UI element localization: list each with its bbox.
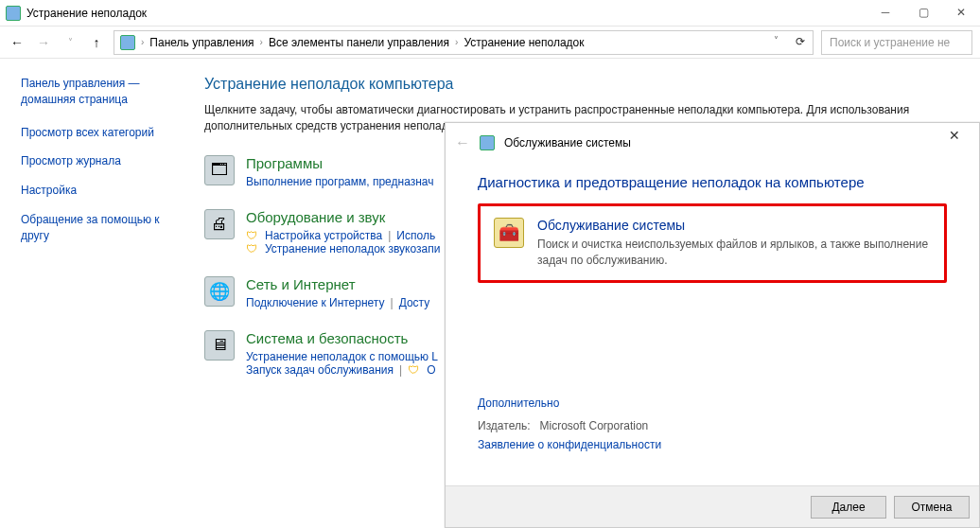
breadcrumb[interactable]: › Панель управления › Все элементы панел… (114, 30, 814, 55)
sidebar-history-link[interactable]: Просмотр журнала (21, 153, 176, 169)
audio-troubleshoot-link[interactable]: Устранение неполадок звукозапи (265, 242, 440, 255)
wizard-option-system-maintenance[interactable]: 🧰 Обслуживание системы Поиск и очистка н… (478, 203, 947, 283)
network-icon: 🌐 (204, 276, 235, 307)
breadcrumb-item[interactable]: Устранение неполадок (464, 36, 584, 49)
wizard-icon (480, 135, 495, 150)
sidebar-view-all-link[interactable]: Просмотр всех категорий (21, 125, 176, 141)
system-icon: 🖥 (204, 330, 235, 361)
close-button[interactable]: ✕ (942, 0, 980, 25)
publisher-name: Microsoft Corporation (540, 419, 649, 432)
refresh-icon[interactable]: ⟳ (796, 35, 805, 48)
internet-connect-link[interactable]: Подключение к Интернету (246, 296, 385, 309)
category-title[interactable]: Сеть и Интернет (246, 276, 429, 292)
control-panel-home-link[interactable]: Панель управления — домашняя страница (21, 76, 176, 108)
search-input[interactable] (828, 35, 966, 50)
back-arrow-icon[interactable]: ← (8, 33, 26, 52)
recent-dropdown-icon[interactable]: ˅ (61, 33, 79, 52)
chevron-right-icon[interactable]: › (260, 37, 263, 47)
address-bar: ← → ˅ ↑ › Панель управления › Все элемен… (0, 26, 980, 59)
next-button[interactable]: Далее (811, 496, 886, 519)
sidebar: Панель управления — домашняя страница Пр… (0, 59, 189, 528)
search-box[interactable] (821, 30, 972, 55)
advanced-link[interactable]: Дополнительно (478, 396, 947, 410)
category-title[interactable]: Система и безопасность (246, 330, 438, 346)
o-link[interactable]: О (427, 363, 435, 377)
history-dropdown-icon[interactable]: ˅ (774, 35, 779, 45)
publisher-line: Издатель: Microsoft Corporation (478, 419, 947, 432)
breadcrumb-item[interactable]: Все элементы панели управления (269, 36, 449, 49)
chevron-right-icon[interactable]: › (455, 37, 458, 47)
privacy-link[interactable]: Заявление о конфиденциальности (478, 438, 947, 451)
category-title[interactable]: Программы (246, 155, 433, 171)
shield-icon: 🛡 (246, 242, 257, 254)
wizard-titlebar: ← Обслуживание системы ✕ (446, 123, 979, 163)
shield-icon: 🛡 (408, 363, 419, 375)
hardware-icon: 🖨 (204, 209, 235, 239)
sidebar-settings-link[interactable]: Настройка (21, 183, 176, 199)
shield-icon: 🛡 (246, 229, 257, 240)
access-link[interactable]: Досту (399, 296, 430, 309)
maintenance-tasks-link[interactable]: Запуск задач обслуживания (246, 363, 394, 377)
wizard-back-icon[interactable]: ← (455, 134, 470, 151)
option-title: Обслуживание системы (537, 218, 931, 233)
option-desc: Поиск и очистка неиспользуемых файлов и … (537, 237, 931, 269)
troubleshoot-wizard-dialog: ← Обслуживание системы ✕ Диагностика и п… (445, 122, 980, 528)
up-arrow-icon[interactable]: ↑ (87, 33, 106, 52)
cancel-button[interactable]: Отмена (894, 496, 970, 519)
window-titlebar: Устранение неполадок ─ ▢ ✕ (0, 0, 980, 26)
configure-device-link[interactable]: Настройка устройства (265, 229, 382, 242)
maximize-button[interactable]: ▢ (904, 0, 942, 25)
wizard-heading: Диагностика и предотвращение неполадок н… (478, 174, 947, 190)
maintenance-icon: 🧰 (494, 218, 524, 248)
wizard-close-button[interactable]: ✕ (936, 123, 973, 148)
troubleshoot-with-link[interactable]: Устранение неполадок с помощью L (246, 350, 438, 363)
app-icon (6, 6, 21, 21)
wizard-title: Обслуживание системы (504, 136, 631, 150)
location-icon (120, 35, 135, 50)
wizard-button-bar: Далее Отмена (446, 485, 979, 527)
window-title: Устранение неполадок (26, 7, 147, 20)
sidebar-help-friend-link[interactable]: Обращение за помощью к другу (21, 212, 176, 244)
programs-icon: 🗔 (204, 155, 235, 185)
breadcrumb-item[interactable]: Панель управления (149, 36, 254, 49)
category-title[interactable]: Оборудование и звук (246, 209, 440, 225)
publisher-label: Издатель: (478, 419, 531, 432)
use-link[interactable]: Исполь (396, 229, 435, 242)
forward-arrow-icon[interactable]: → (34, 33, 53, 52)
run-programs-link[interactable]: Выполнение программ, предназнач (246, 175, 433, 188)
chevron-right-icon[interactable]: › (141, 37, 144, 47)
minimize-button[interactable]: ─ (866, 0, 904, 25)
page-title: Устранение неполадок компьютера (204, 76, 969, 93)
